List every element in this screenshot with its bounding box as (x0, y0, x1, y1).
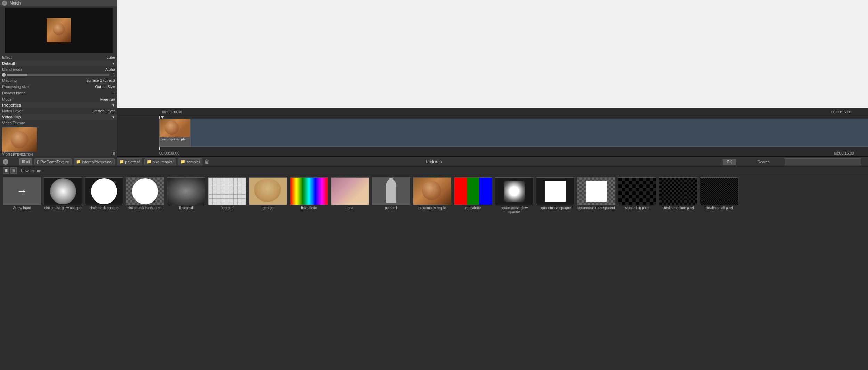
slider-track[interactable] (7, 74, 109, 76)
video-arrow-value: 0 (113, 152, 115, 156)
texture-name-squaremask-glow: squaremask glow opaque (495, 206, 533, 214)
texture-item-person1[interactable]: person1 (372, 177, 410, 214)
dry-wet-row: Dry/wet blend 1 (0, 90, 117, 96)
track-clip[interactable]: precomp example (159, 119, 190, 147)
filter-all-button[interactable]: ⊞ all (19, 158, 32, 165)
processing-size-value: Output Size (95, 85, 115, 89)
grid-view-button[interactable]: ⊞ (10, 167, 17, 174)
texture-name-circlemask-transparent: circlemask transparent (128, 206, 163, 210)
texture-item-stealth-medium[interactable]: stealth medium pixel (659, 177, 697, 214)
blend-mode-value: Alpha (105, 67, 115, 71)
squaremask-opaque-shape (545, 181, 566, 202)
timeline: 00:00:00.00 00:00:15.00 precomp example … (117, 108, 868, 157)
filter-internal-dx-button[interactable]: 📁 internal/dxtexture/ (74, 158, 115, 165)
search-input[interactable] (785, 158, 861, 165)
blend-mode-row: Blend mode Alpha (0, 66, 117, 72)
notch-layer-value: Untitled Layer (91, 109, 115, 113)
grid-pattern-shape (208, 178, 246, 205)
texture-item-hsvpalette[interactable]: hsvpalette (290, 177, 328, 214)
texture-browser-title: textures (426, 159, 442, 164)
mapping-label: Mapping (2, 78, 86, 82)
timecode-end: 00:00:15.00 (831, 110, 851, 114)
preview-area (5, 8, 113, 53)
texture-thumb-squaremask-transparent (577, 177, 615, 205)
properties-section-header[interactable]: Properties ▼ (0, 102, 117, 108)
filter-pixel-masks-button[interactable]: 📁 pixel masks/ (144, 158, 176, 165)
filter-precomp-label: PreCompTexture (40, 160, 69, 164)
texture-item-floorgrid[interactable]: floorgrid (208, 177, 246, 214)
video-texture-thumbnail[interactable] (2, 127, 37, 152)
effect-value: cube (107, 55, 115, 60)
video-clip-section-header[interactable]: Video Clip ▼ (0, 114, 117, 120)
video-clip-section-label: Video Clip (2, 115, 21, 119)
filter-internal-label: internal/dxtexture/ (82, 160, 112, 164)
video-arrow-row: Video Arrow 0 (0, 151, 117, 157)
dry-wet-label: Dry/wet blend (2, 91, 113, 95)
george-face-shape (249, 178, 287, 205)
texture-thumb-floorgrid (208, 177, 246, 205)
texture-thumb-precomp (413, 177, 451, 205)
filter-palettes-button[interactable]: 📁 palettes/ (117, 158, 142, 165)
search-label: Search: (757, 160, 771, 164)
texture-name-arrow-input: Arrow Input (13, 206, 31, 210)
filter-precomp-button[interactable]: {} PreCompTexture (34, 158, 72, 165)
texture-thumb-george (249, 177, 287, 205)
timeline-header: 00:00:00.00 00:00:15.00 (117, 108, 868, 116)
notch-layer-row: Notch Layer Untitled Layer (0, 108, 117, 114)
texture-name-precomp: precomp example (418, 206, 446, 210)
track-clip-name: precomp example (160, 137, 190, 142)
default-section-label: Default (2, 61, 15, 65)
texture-item-george[interactable]: george (249, 177, 287, 214)
effect-label: Effect (2, 55, 107, 60)
texture-item-stealth-small[interactable]: stealth small pixel (700, 177, 738, 214)
ok-button[interactable]: OK (723, 159, 736, 165)
texture-name-lena: lena (347, 206, 354, 210)
texture-item-floorgrad[interactable]: floorgrad (167, 177, 205, 214)
close-button[interactable]: × (2, 1, 7, 6)
texture-item-lena[interactable]: lena (331, 177, 369, 214)
track-clip-thumbnail (160, 119, 190, 137)
delete-icon[interactable]: 🗑 (204, 159, 211, 165)
texture-item-squaremask-transparent[interactable]: squaremask transparent (577, 177, 615, 214)
texture-thumb-circlemask-transparent (126, 177, 164, 205)
texture-item-circlemask-glow-opaque[interactable]: circlemask glow opaque (44, 177, 82, 214)
blend-mode-label: Blend mode (2, 67, 105, 71)
texture-name-hsvpalette: hsvpalette (301, 206, 317, 210)
texture-item-rgbpalette[interactable]: rgbpalette (454, 177, 492, 214)
texture-toolbar: × textures ⊞ all {} PreCompTexture 📁 int… (0, 157, 868, 167)
filter-sample-icon: 📁 (180, 159, 185, 164)
window-title-bar: × Notch (0, 0, 117, 6)
circle-transparent-shape (132, 178, 158, 204)
texture-item-squaremask-glow[interactable]: squaremask glow opaque (495, 177, 533, 214)
slider-dot (2, 73, 6, 77)
texture-item-stealth-big[interactable]: stealth big pixel (618, 177, 656, 214)
video-clip-section-arrow: ▼ (112, 115, 115, 119)
filter-all-label: all (26, 160, 30, 164)
dry-wet-value: 1 (113, 91, 115, 95)
texture-thumb-stealth-big (618, 177, 656, 205)
texture-name-stealth-big: stealth big pixel (625, 206, 649, 210)
filter-sample-label: sample/ (186, 160, 200, 164)
texture-sub-toolbar: ☰ ⊞ New texture: (0, 167, 868, 174)
texture-name-floorgrid: floorgrid (221, 206, 233, 210)
texture-name-circlemask-glow-opaque: circlemask glow opaque (44, 206, 82, 210)
texture-thumb-circlemask-glow (44, 177, 82, 205)
texture-item-arrow-input[interactable]: → Arrow Input (3, 177, 41, 214)
texture-name-george: george (262, 206, 273, 210)
video-texture-label: Video Texture (2, 121, 115, 125)
default-section-header[interactable]: Default ▼ (0, 61, 117, 66)
close-texture-button[interactable]: × (3, 159, 8, 165)
texture-thumb-stealth-medium (659, 177, 697, 205)
texture-name-stealth-small: stealth small pixel (706, 206, 733, 210)
texture-item-circlemask-transparent[interactable]: circlemask transparent (126, 177, 164, 214)
timeline-tracks[interactable]: precomp example (117, 116, 868, 151)
texture-item-circlemask-opaque[interactable]: circlemask opaque (85, 177, 123, 214)
filter-sample-button[interactable]: 📁 sample/ (178, 158, 202, 165)
timeline-timecodes-bottom: 00:00:00.00 00:00:15.00 (117, 150, 868, 156)
filter-all-icon: ⊞ (22, 159, 25, 164)
list-view-button[interactable]: ☰ (3, 167, 9, 174)
mapping-row: Mapping surface 1 (direct) (0, 77, 117, 84)
filter-pixel-masks-icon: 📁 (147, 159, 152, 164)
texture-item-precomp[interactable]: precomp example (413, 177, 451, 214)
texture-item-squaremask-opaque[interactable]: squaremask opaque (536, 177, 574, 214)
